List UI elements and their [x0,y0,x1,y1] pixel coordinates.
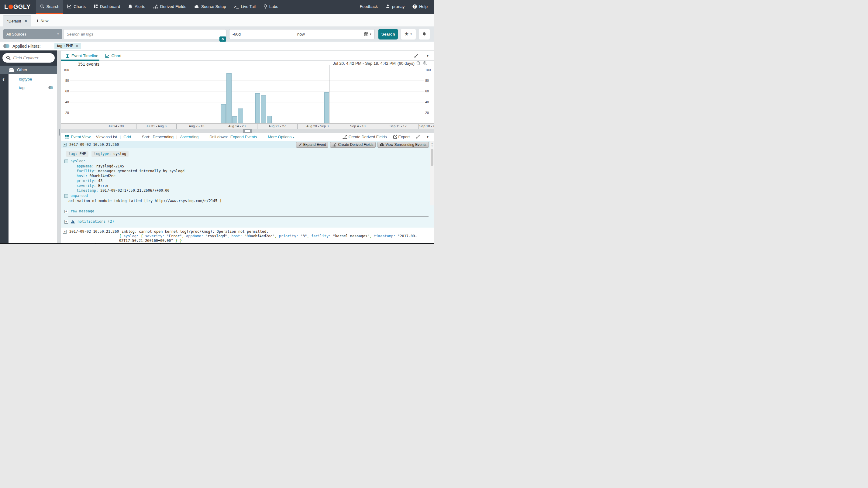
collapse-event-icon[interactable]: − [63,143,67,147]
selected-event-cursor [329,65,330,123]
time-from-input[interactable] [229,32,294,36]
timeline-bar-aug-21[interactable] [255,93,260,123]
new-tab-button[interactable]: + New [31,15,53,26]
event-row[interactable]: + 2017-09-02 10:50:21.260 imklog: cannot… [61,228,434,243]
collapse-node-icon[interactable]: − [64,194,68,198]
nav-item-derived-fields[interactable]: Derived Fields [149,0,190,14]
button-label: Expand Event [303,142,326,147]
collapse-node-icon[interactable]: − [64,160,68,163]
scroll-up-icon[interactable]: ▲ [430,142,434,144]
sort-ascending[interactable]: Ascending [180,135,198,139]
expand-node-icon[interactable]: + [64,210,68,213]
expand-events-link[interactable]: Expand Events [230,135,257,139]
tab-default[interactable]: *Default ✕ [3,15,31,26]
loggly-app: LGGLY Search Charts Dashboard Alerts Der… [0,0,434,244]
more-options-label: More Options [268,135,291,139]
close-tab-icon[interactable]: ✕ [24,19,27,23]
timeline-bar-sep-2[interactable] [324,92,330,123]
field-explorer-input[interactable] [13,56,46,60]
feedback-link[interactable]: Feedback [356,0,382,14]
sidebar-item-logtype[interactable]: logtype [8,74,57,83]
field-explorer-searchbox[interactable] [2,53,55,63]
tab-chart[interactable]: Chart [102,51,125,61]
event-list-scrollbar[interactable]: ▲ ▼ [430,141,434,205]
help-menu[interactable]: ? Help [408,0,432,14]
timeline-x-axis[interactable]: Jul 24 - 30Jul 31 - Aug 6Aug 7 - 13Aug 1… [61,123,434,129]
expand-panel-icon[interactable] [416,135,420,139]
expand-event-button[interactable]: Expand Event [296,142,329,148]
field-value: messages generated internally by syslogd [96,169,184,173]
sidebar-rail: ‹ [0,74,8,243]
remove-filter-icon[interactable]: ✕ [76,44,79,48]
help-label: Help [419,4,428,9]
filter-venn-icon [3,44,10,48]
export-button[interactable]: Export [393,135,410,139]
alerts-bell-button[interactable] [419,29,430,39]
create-derived-fields-button[interactable]: Create Derived Fields [343,135,387,139]
create-derived-fields-button[interactable]: Create Derived Fields [330,142,376,148]
source-groups-dropdown[interactable]: All Sources ▼ [3,29,62,39]
collapse-panel-caret-icon[interactable]: ▼ [426,135,429,138]
event-timestamp: 2017-09-02 10:50:21.260 [69,229,119,234]
loggly-logo[interactable]: LGGLY [0,0,36,14]
timeline-bar-aug-23[interactable] [267,116,272,123]
timeline-bar-aug-18[interactable] [238,108,243,123]
zoom-out-icon[interactable] [416,61,421,66]
panel-resize-handle[interactable] [243,129,252,133]
nav-item-charts[interactable]: Charts [63,0,90,14]
collapse-sidebar-icon[interactable]: ‹ [2,76,5,82]
event-json-line2: 02T17:50:21.260160+00:00" } } [119,238,434,243]
calendar-picker[interactable]: ▼ [364,32,374,36]
expand-search-options-button[interactable] [219,36,226,42]
expand-node-icon[interactable]: + [64,220,68,224]
sort-descending[interactable]: Descending [153,135,174,139]
svg-text:?: ? [414,5,416,8]
timeline-bar-aug-22[interactable] [261,95,266,123]
field-value: rsyslogd-2145 [94,164,124,168]
binoculars-icon [380,143,384,146]
scroll-down-icon[interactable]: ▼ [430,145,434,148]
event-view-control[interactable]: Event View [65,135,91,139]
scrollbar-thumb[interactable] [431,149,433,166]
sidebar-item-tag[interactable]: tag [8,83,57,91]
collapse-panel-caret-icon[interactable]: ▼ [426,54,429,58]
tag-pill[interactable]: tag: PHP [66,151,88,157]
timeline-bar-aug-15[interactable] [221,104,226,123]
time-to-input[interactable] [294,32,364,36]
nav-item-search[interactable]: Search [36,0,64,14]
view-as-grid[interactable]: Grid [123,135,131,139]
y-axis-label: 60 [61,89,69,93]
expand-panel-icon[interactable] [414,54,418,58]
event-row-header-selected[interactable]: − 2017-09-02 10:50:21.260 Expand Event C… [61,141,434,148]
sidebar-group-other[interactable]: Other [0,66,57,74]
logo-text-pre: L [4,3,8,10]
expand-event-icon[interactable]: + [63,230,67,234]
timeline-plot[interactable]: 2020404060608080100100 [70,65,424,123]
x-axis-tick [257,124,257,129]
view-as-list[interactable]: List [111,135,117,139]
user-menu[interactable]: pranay [382,0,408,14]
nav-item-dashboard[interactable]: Dashboard [90,0,124,14]
nav-item-source-setup[interactable]: Source Setup [190,0,230,14]
nav-item-live-tail[interactable]: >_ Live Tail [230,0,259,14]
filter-pill-tag-php[interactable]: tag : PHP ✕ [54,43,81,49]
nav-item-labs[interactable]: Labs [259,0,282,14]
tab-event-timeline[interactable]: Event Timeline [61,51,102,61]
search-input[interactable] [63,29,226,39]
logtype-pill[interactable]: logtype: syslog [91,151,129,157]
more-options-menu[interactable]: More Options▼ [268,135,295,139]
view-surrounding-events-button[interactable]: View Surrounding Events [377,142,429,148]
saved-searches-button[interactable]: ★▼ [401,29,416,39]
top-nav: LGGLY Search Charts Dashboard Alerts Der… [0,0,434,14]
sidebar-resize-grip[interactable] [58,129,60,135]
zoom-in-icon[interactable] [423,61,427,66]
x-axis-tick [96,124,96,129]
export-icon [393,135,397,139]
x-axis-section-label: Aug 7 - 13 [189,124,204,128]
timeline-bar-aug-16[interactable] [226,73,231,123]
divider [68,216,429,217]
nav-item-alerts[interactable]: Alerts [124,0,149,14]
timeline-bar-aug-17[interactable] [232,117,237,123]
y-axis-label: 80 [61,79,69,83]
search-button[interactable]: Search [378,29,398,39]
